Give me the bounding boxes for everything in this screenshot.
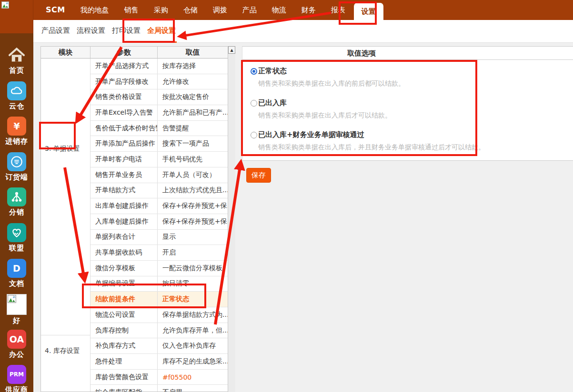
sidebar-item-label: 首页 xyxy=(9,66,24,75)
table-header-row: 模块 参数 取值 xyxy=(41,47,228,59)
table-row[interactable]: 开单结款方式上次结款方式优先且... xyxy=(90,183,228,199)
nav-item-财务[interactable]: 财务 xyxy=(294,0,323,20)
sidebar-item-label: 好 xyxy=(13,316,20,325)
param-cell: 物流公司设置 xyxy=(90,307,158,323)
scm-settings-page: SCM我的地盘销售采购仓储调拨产品物流财务报表设置 产品设置流程设置打印设置全局… xyxy=(0,0,573,392)
panel-title-row: 取值选项 xyxy=(242,47,573,60)
network-icon xyxy=(7,187,26,206)
nav-item-采购[interactable]: 采购 xyxy=(146,0,176,20)
nav-item-物流[interactable]: 物流 xyxy=(264,0,294,20)
table-scrollbar[interactable]: ▲ xyxy=(228,46,235,392)
table-row[interactable]: 入库单创建后操作保存+保存并预览+保... xyxy=(90,214,228,230)
table-row[interactable]: 售价低于成本价时告警告警提醒 xyxy=(90,121,228,137)
table-row[interactable]: 开单产品字段修改允许修改 xyxy=(90,74,228,90)
sidebar-item-进销存[interactable]: ¥进销存 xyxy=(0,117,33,152)
sidebar-item-云仓[interactable]: 云仓 xyxy=(0,81,33,117)
value-cell: 显示 xyxy=(158,230,228,245)
nav-item-调拨[interactable]: 调拨 xyxy=(205,0,235,20)
broken-image-icon xyxy=(7,294,27,315)
table-row[interactable]: 开单产品选择方式按库存选择 xyxy=(90,59,228,74)
home-icon xyxy=(7,46,26,65)
value-cell: 按库存选择 xyxy=(158,59,228,74)
sidebar-item-首页[interactable]: 首页 xyxy=(0,46,33,81)
option-line: 已出入库 xyxy=(251,98,555,108)
sidebar-item-label: 文档 xyxy=(9,279,24,288)
cloud-icon xyxy=(7,81,26,100)
param-cell: 售价低于成本价时告警 xyxy=(90,121,158,136)
table-row[interactable]: 微信分享模板一配云微信分享模板 xyxy=(90,261,228,276)
heart-hands-icon xyxy=(7,223,26,242)
save-button[interactable]: 保存 xyxy=(246,168,271,183)
table-row[interactable]: 物流公司设置保存单据结款方式为... xyxy=(90,307,228,323)
subtab-打印设置[interactable]: 打印设置 xyxy=(111,20,141,43)
param-cell: 急件处理 xyxy=(90,354,158,369)
sidebar-item-办公[interactable]: OA办公 xyxy=(0,330,33,365)
nav-item-报表[interactable]: 报表 xyxy=(323,0,353,20)
value-cell: 按批次确定售价 xyxy=(158,89,228,105)
nav-item-仓储[interactable]: 仓储 xyxy=(176,0,205,20)
param-cell: 销售开单业务员 xyxy=(90,167,158,183)
sidebar-item-供应商[interactable]: PRM供应商 xyxy=(0,365,33,392)
subtab-全局设置[interactable]: 全局设置 xyxy=(146,20,177,43)
table-row[interactable]: 结款前提条件正常状态 xyxy=(90,292,228,307)
table-row[interactable]: 出库单创建后操作保存+保存并预览+保... xyxy=(90,198,228,214)
param-cell: 出库单创建后操作 xyxy=(90,198,158,214)
radio-selected-icon[interactable] xyxy=(251,68,257,75)
table-row[interactable]: 共享单据收款码开启 xyxy=(90,245,228,261)
sidebar-item-好[interactable]: 好 xyxy=(0,294,33,330)
table-row[interactable]: 负库存控制允许负库存开单，但... xyxy=(90,323,228,339)
option-label: 已出入库 xyxy=(258,98,287,108)
radio-unselected-icon[interactable] xyxy=(251,132,257,138)
app-sidebar: 首页云仓¥进销存订货端分销联盟D文档好OA办公PRM供应商 xyxy=(0,33,33,392)
settings-subtabs: 产品设置流程设置打印设置全局设置 xyxy=(33,20,573,43)
value-cell: 保存+保存并预览+保... xyxy=(158,214,228,229)
value-cell: 一配云微信分享模板 xyxy=(158,261,228,276)
table-row[interactable]: 开单时客户电话手机号码优先 xyxy=(90,152,228,167)
sidebar-item-label: 联盟 xyxy=(9,244,24,253)
table-row[interactable]: 按仓库库区配货不启用 xyxy=(90,385,228,392)
subtab-流程设置[interactable]: 流程设置 xyxy=(76,20,106,43)
option-line: 已出入库+财务业务单据审核通过 xyxy=(251,130,555,139)
table-row[interactable]: 销售开单业务员开单人员（可改） xyxy=(90,167,228,183)
nav-item-销售[interactable]: 销售 xyxy=(117,0,146,20)
value-cell: 搜索下一项产品 xyxy=(158,136,228,151)
param-cell: 单据列表合计 xyxy=(90,230,158,245)
table-row[interactable]: 开单添加产品后操作搜索下一项产品 xyxy=(90,136,228,152)
radio-unselected-icon[interactable] xyxy=(251,100,257,107)
option-description: 销售类和采购类单据在出入库后，并且财务业务单据审核通过后才可以结款。 xyxy=(258,143,555,152)
nav-item-我的地盘[interactable]: 我的地盘 xyxy=(73,0,117,20)
table-row[interactable]: 补负库存方式仅入仓库补负库存 xyxy=(90,338,228,354)
sidebar-item-label: 分销 xyxy=(9,208,24,217)
logo-block xyxy=(0,0,33,33)
sidebar-item-订货端[interactable]: 订货端 xyxy=(0,152,33,188)
yen-icon: ¥ xyxy=(7,117,26,136)
document-icon: D xyxy=(7,259,26,278)
table-row[interactable]: 销售类价格设置按批次确定售价 xyxy=(90,89,228,105)
column-header-module: 模块 xyxy=(41,47,90,58)
nav-item-设置[interactable]: 设置 xyxy=(354,3,383,20)
nav-item-产品[interactable]: 产品 xyxy=(235,0,264,20)
param-cell: 销售类价格设置 xyxy=(90,89,158,105)
value-option-1: 正常状态销售类和采购类单据在出入库的前后都可以结款。 xyxy=(251,67,555,88)
sidebar-item-分销[interactable]: 分销 xyxy=(0,187,33,223)
column-header-value: 取值 xyxy=(158,47,228,58)
param-cell: 负库存控制 xyxy=(90,323,158,338)
table-row[interactable]: 单据编号设置按日清零 xyxy=(90,276,228,292)
table-rows: 开单产品选择方式按库存选择开单产品字段修改允许修改销售类价格设置按批次确定售价开… xyxy=(90,59,228,392)
value-cell: 保存+保存并预览+保... xyxy=(158,198,228,214)
value-cell: 保存单据结款方式为... xyxy=(158,307,228,323)
sidebar-item-联盟[interactable]: 联盟 xyxy=(0,223,33,259)
scroll-up-button[interactable]: ▲ xyxy=(228,46,235,54)
table-row[interactable]: 库龄告警颜色设置#f05500 xyxy=(90,370,228,385)
param-cell: 开单产品选择方式 xyxy=(90,59,158,74)
subtab-产品设置[interactable]: 产品设置 xyxy=(40,20,71,43)
module-divider xyxy=(41,335,90,335)
sidebar-item-文档[interactable]: D文档 xyxy=(0,259,33,294)
settings-table: 模块 参数 取值 3. 单据设置 4. 库存设置 开单产品选择方式按库存选择开单… xyxy=(40,46,228,392)
table-row[interactable]: 开单Excel导入告警允许新产品和已有产... xyxy=(90,105,228,121)
table-row[interactable]: 单据列表合计显示 xyxy=(90,230,228,245)
nav-brand[interactable]: SCM xyxy=(38,0,73,20)
option-label: 正常状态 xyxy=(258,67,287,76)
value-cell: 开单人员（可改） xyxy=(158,167,228,183)
table-row[interactable]: 急件处理库存不足的生成急采... xyxy=(90,354,228,370)
